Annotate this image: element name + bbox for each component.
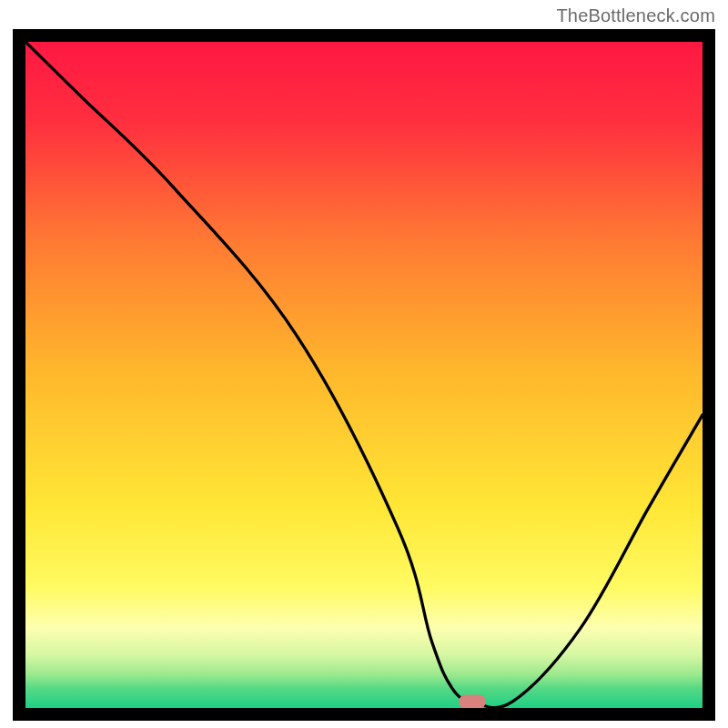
optimal-point-marker: [459, 694, 486, 708]
attribution-text: TheBottleneck.com: [556, 5, 715, 26]
chart-frame: [13, 29, 715, 721]
chart-curve-layer: [25, 42, 703, 708]
bottleneck-curve: [25, 42, 703, 708]
